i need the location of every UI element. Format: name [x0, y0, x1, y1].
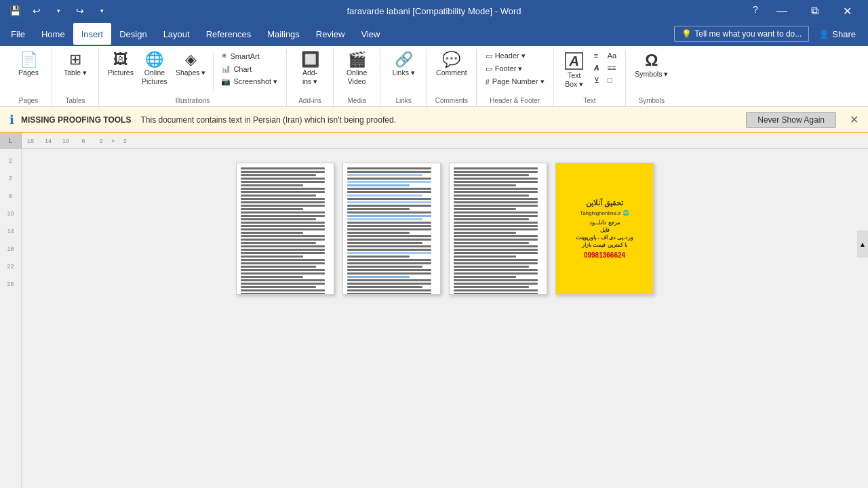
page-thumbnail-2[interactable]: — some reference text — — — [342, 163, 441, 295]
chart-icon: 📊 [221, 64, 231, 73]
collapse-ribbon-button[interactable]: ▲ [857, 230, 868, 258]
save-button[interactable]: 💾 [5, 1, 24, 20]
addins-group-label: Add-ins [292, 96, 328, 106]
menu-view[interactable]: View [353, 23, 388, 45]
page-thumbnail-1[interactable]: — — [236, 163, 334, 295]
object-button[interactable]: □ [604, 75, 620, 85]
help-button[interactable]: ? [746, 0, 765, 19]
notification-close-button[interactable]: ✕ [850, 113, 859, 126]
line [454, 232, 516, 234]
comment-button[interactable]: 💬 Comment [433, 50, 471, 79]
header-button[interactable]: ▭ Header ▾ [482, 50, 548, 62]
customize-quick-access[interactable]: ▾ [92, 1, 111, 20]
shapes-button[interactable]: ◈ Shapes ▾ [172, 50, 210, 79]
line [347, 276, 410, 278]
line [454, 272, 538, 274]
wordart-button[interactable]: A [591, 62, 603, 73]
line [454, 228, 538, 230]
links-button[interactable]: 🔗 Links ▾ [386, 50, 421, 79]
line [241, 272, 325, 274]
menu-bar: File Home Insert Design Layout Reference… [0, 22, 868, 46]
page-thumbnail-3[interactable]: — — [449, 163, 547, 295]
ruler-corner: L [0, 133, 22, 148]
addins-button[interactable]: 🔲 Add-ins ▾ [292, 50, 328, 87]
line [347, 188, 431, 190]
page-number-button[interactable]: # Page Number ▾ [482, 76, 548, 87]
undo-button[interactable]: ↩ [27, 1, 46, 20]
chart-button[interactable]: 📊 Chart [218, 63, 281, 75]
menu-mailings[interactable]: Mailings [259, 23, 308, 45]
line [347, 259, 431, 261]
line [347, 184, 410, 186]
table-button[interactable]: ⊞ Table ▾ [58, 50, 93, 79]
quick-parts-button[interactable]: ≡ [591, 50, 603, 61]
menu-insert[interactable]: Insert [73, 23, 112, 45]
line [347, 269, 431, 271]
footer-label: Footer ▾ [495, 64, 523, 73]
screenshot-button[interactable]: 📷 Screenshot ▾ [218, 76, 281, 87]
close-button[interactable]: ✕ [831, 0, 863, 22]
minimize-button[interactable]: — [766, 0, 797, 22]
online-video-button[interactable]: 🎬 OnlineVideo [339, 50, 374, 87]
menu-review[interactable]: Review [308, 23, 353, 45]
line [347, 201, 431, 203]
undo-dropdown[interactable]: ▾ [49, 1, 68, 20]
line [241, 171, 325, 173]
line [347, 242, 422, 244]
ribbon-group-media: 🎬 OnlineVideo Media [334, 49, 380, 106]
menu-layout[interactable]: Layout [155, 23, 198, 45]
menu-file[interactable]: File [3, 23, 33, 45]
quick-access-toolbar: 💾 ↩ ▾ ↪ ▾ [5, 1, 111, 20]
textbox-button[interactable]: A TextBox ▾ [559, 50, 589, 90]
line [347, 198, 431, 200]
footer-icon: ▭ [486, 64, 492, 73]
dropcap-button[interactable]: ⊻ [591, 75, 603, 86]
chart-label: Chart [233, 65, 252, 73]
ad-text-persian: مرجع دانلـــودفایلورد-پی دی اف - پاورپوی… [576, 219, 633, 249]
page-number-label: Page Number ▾ [492, 77, 545, 86]
line [241, 198, 325, 200]
line [347, 245, 431, 247]
line [241, 269, 325, 271]
signature-button[interactable]: Aa [604, 50, 620, 61]
tell-me-search[interactable]: 💡 Tell me what you want to do... [674, 26, 809, 42]
line [241, 191, 325, 193]
ribbon-group-pages: 📄 Pages Pages [5, 49, 52, 106]
symbols-group-label: Symbols [631, 96, 671, 106]
line [241, 262, 325, 264]
ruler-v-2b: 2 [0, 169, 21, 187]
line [454, 198, 538, 200]
restore-button[interactable]: ⧉ [799, 0, 830, 22]
menu-references[interactable]: References [198, 23, 259, 45]
footer-button[interactable]: ▭ Footer ▾ [482, 63, 548, 75]
lightbulb-icon: 💡 [682, 29, 692, 39]
page-thumbnail-4[interactable]: تحقیق آنلاین Tahghighonline.ir 🌐 مرجع دا… [555, 163, 654, 295]
online-video-icon: 🎬 [348, 52, 366, 67]
symbols-button[interactable]: Ω Symbols ▾ [631, 50, 671, 81]
share-icon: 👤 [818, 29, 829, 39]
date-time-button[interactable]: ≡≡ [604, 62, 620, 73]
ruler-numbers: 18 14 10 6 2 × 2 [22, 138, 134, 144]
line [241, 211, 325, 214]
redo-button[interactable]: ↪ [71, 1, 90, 20]
text-group-label: Text [559, 96, 620, 106]
line [347, 195, 422, 197]
ruler-v-26: 26 [0, 275, 21, 293]
line [454, 218, 529, 220]
line [454, 249, 538, 251]
online-pictures-button[interactable]: 🌐 OnlinePictures [138, 50, 171, 87]
menu-design[interactable]: Design [111, 23, 155, 45]
dropcap-icon: ⊻ [594, 76, 599, 85]
line [347, 171, 431, 173]
pages-button[interactable]: 📄 Pages [11, 50, 46, 79]
line [347, 279, 431, 281]
share-button[interactable]: 👤 Share [809, 26, 865, 42]
menu-home[interactable]: Home [33, 23, 73, 45]
ruler-v-10: 10 [0, 205, 21, 222]
pictures-button[interactable]: 🖼 Pictures [104, 50, 137, 79]
smartart-button[interactable]: ✳ SmartArt [218, 50, 281, 62]
line [454, 286, 529, 288]
signature-icon: Aa [608, 52, 616, 60]
never-show-again-button[interactable]: Never Show Again [746, 112, 836, 128]
ribbon-group-links: 🔗 Links ▾ Links [380, 49, 427, 106]
